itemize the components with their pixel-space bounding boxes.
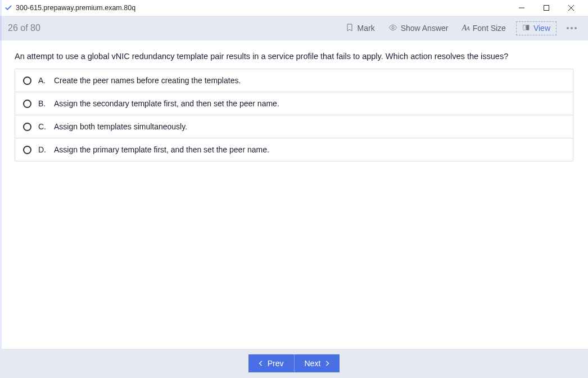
radio-icon (23, 100, 31, 108)
svg-rect-5 (523, 25, 526, 30)
question-counter: 26 of 80 (8, 23, 40, 33)
option-letter: C. (38, 122, 47, 131)
radio-icon (23, 123, 31, 131)
window-title: 300-615.prepaway.premium.exam.80q (16, 4, 135, 12)
options-list: A. Create the peer names before creating… (15, 69, 573, 161)
mark-label: Mark (358, 24, 375, 33)
font-size-icon: AA (462, 24, 469, 33)
bookmark-icon (345, 23, 354, 34)
prev-label: Prev (268, 359, 284, 368)
show-answer-label: Show Answer (401, 24, 449, 33)
show-answer-button[interactable]: Show Answer (385, 21, 452, 36)
footer-bar: Prev Next (0, 349, 588, 378)
prev-button[interactable]: Prev (248, 354, 295, 372)
mark-button[interactable]: Mark (342, 21, 378, 36)
next-label: Next (305, 359, 321, 368)
toolbar: 26 of 80 Mark Show Answer AA Font Size V… (0, 16, 588, 40)
option-d[interactable]: D. Assign the primary template first, an… (15, 138, 573, 161)
option-b[interactable]: B. Assign the secondary template first, … (15, 92, 573, 115)
option-a[interactable]: A. Create the peer names before creating… (15, 69, 573, 92)
chevron-left-icon (259, 359, 263, 368)
option-text: Create the peer names before creating th… (54, 76, 241, 85)
view-label: View (533, 24, 550, 33)
more-button[interactable] (563, 25, 580, 32)
left-accent-bar (0, 0, 2, 378)
option-letter: D. (38, 145, 47, 154)
svg-rect-1 (544, 6, 549, 11)
title-bar: 300-615.prepaway.premium.exam.80q (0, 0, 588, 16)
font-size-label: Font Size (473, 24, 506, 33)
option-text: Assign the secondary template first, and… (54, 99, 279, 108)
option-letter: A. (38, 76, 47, 85)
option-c[interactable]: C. Assign both templates simultaneously. (15, 115, 573, 138)
font-size-button[interactable]: AA Font Size (458, 21, 509, 35)
option-text: Assign the primary template first, and t… (54, 145, 269, 154)
radio-icon (23, 76, 31, 85)
eye-icon (388, 23, 397, 34)
close-button[interactable] (559, 0, 584, 16)
view-button[interactable]: View (516, 21, 557, 35)
minimize-button[interactable] (509, 0, 534, 16)
chevron-right-icon (325, 359, 329, 368)
app-icon (4, 4, 12, 12)
question-text: An attempt to use a global vNIC redundan… (15, 52, 573, 61)
svg-point-4 (392, 26, 394, 29)
svg-rect-6 (526, 25, 529, 30)
view-icon (522, 24, 530, 33)
next-button[interactable]: Next (295, 354, 340, 372)
option-letter: B. (38, 99, 47, 108)
content-area: An attempt to use a global vNIC redundan… (0, 40, 588, 170)
maximize-button[interactable] (534, 0, 559, 16)
option-text: Assign both templates simultaneously. (54, 122, 187, 131)
radio-icon (23, 146, 31, 154)
